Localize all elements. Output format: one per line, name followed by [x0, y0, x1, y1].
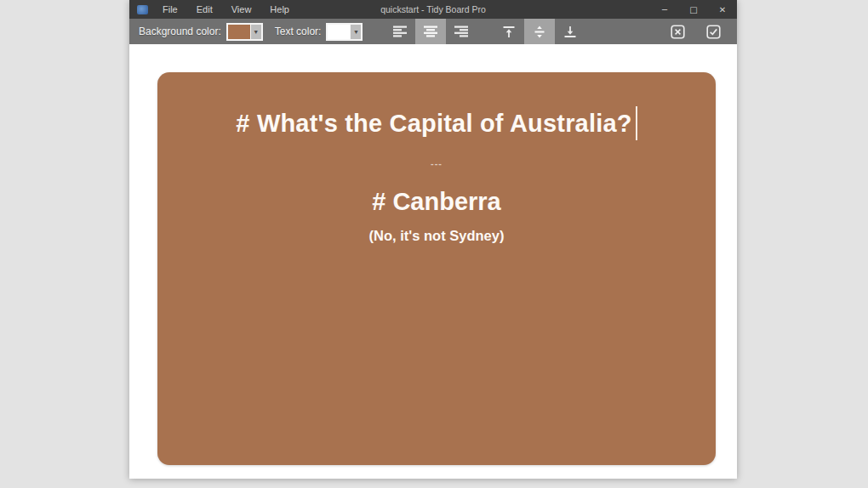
align-top-icon: [502, 26, 516, 38]
align-top-button[interactable]: [494, 19, 524, 44]
window-title: quickstart - Tidy Board Pro: [380, 0, 486, 19]
card-answer: # Canberra: [157, 183, 716, 220]
close-box-icon: [671, 25, 685, 39]
toolbar-actions: [662, 19, 728, 44]
close-button[interactable]: ✕: [708, 0, 737, 19]
desktop: { "window": { "title": "quickstart - Tid…: [0, 0, 868, 488]
text-caret: [636, 106, 637, 140]
apply-button[interactable]: [698, 19, 728, 44]
background-color-label: Background color:: [139, 26, 221, 37]
chevron-down-icon[interactable]: ▼: [250, 25, 261, 39]
window-controls: ─ □ ✕: [650, 0, 737, 19]
horizontal-align-group: [385, 19, 477, 44]
check-box-icon: [706, 25, 721, 39]
card-question-text: # What's the Capital of Australia?: [236, 110, 631, 137]
align-bottom-icon: [563, 26, 577, 38]
align-bottom-button[interactable]: [555, 19, 585, 44]
menu-edit[interactable]: Edit: [189, 3, 220, 16]
align-right-icon: [454, 26, 469, 37]
app-logo-icon: [137, 5, 148, 14]
editor-canvas[interactable]: # What's the Capital of Australia? --- #…: [129, 44, 737, 479]
card-question: # What's the Capital of Australia?: [157, 105, 716, 142]
maximize-icon: □: [689, 5, 697, 14]
align-center-icon: [423, 26, 438, 37]
menu-view[interactable]: View: [224, 3, 260, 16]
background-color-picker[interactable]: ▼: [226, 23, 263, 41]
text-color-label: Text color:: [275, 26, 322, 37]
close-icon: ✕: [719, 5, 726, 14]
align-middle-icon: [533, 26, 546, 38]
minimize-icon: ─: [662, 5, 667, 14]
text-color-swatch: [328, 25, 350, 39]
card-separator: ---: [157, 156, 716, 171]
menubar: File Edit View Help: [155, 3, 297, 16]
menu-file[interactable]: File: [155, 3, 186, 16]
menu-help[interactable]: Help: [262, 3, 297, 16]
align-middle-button[interactable]: [524, 19, 555, 44]
titlebar: File Edit View Help quickstart - Tidy Bo…: [129, 0, 737, 19]
background-color-swatch: [228, 25, 250, 39]
align-center-button[interactable]: [415, 19, 446, 44]
card-note: (No, it's not Sydney): [157, 225, 716, 246]
align-right-button[interactable]: [446, 19, 477, 44]
text-color-picker[interactable]: ▼: [326, 23, 363, 41]
vertical-align-group: [494, 19, 585, 44]
chevron-down-icon[interactable]: ▼: [350, 25, 361, 39]
toolbar: Background color: ▼ Text color: ▼: [129, 19, 737, 44]
align-left-button[interactable]: [385, 19, 415, 44]
maximize-button[interactable]: □: [679, 0, 708, 19]
app-window: File Edit View Help quickstart - Tidy Bo…: [129, 0, 737, 479]
discard-button[interactable]: [662, 19, 693, 44]
align-left-icon: [392, 26, 408, 37]
minimize-button[interactable]: ─: [650, 0, 679, 19]
flashcard[interactable]: # What's the Capital of Australia? --- #…: [157, 72, 716, 465]
